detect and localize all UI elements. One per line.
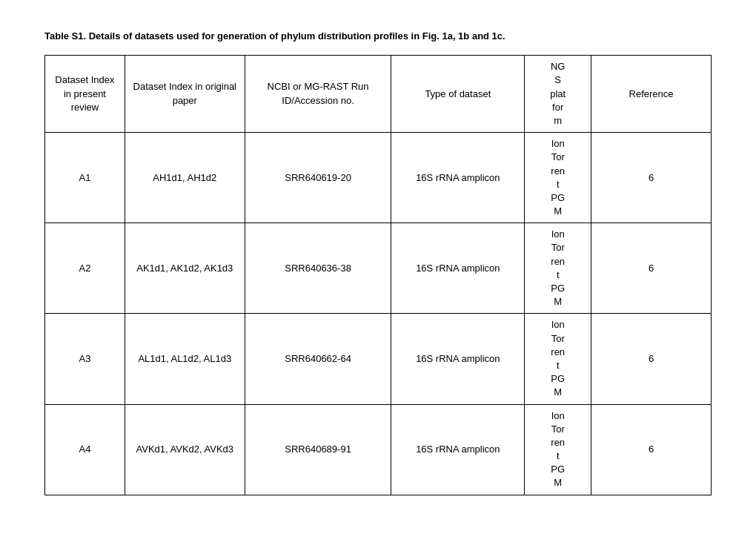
col-header-ncbi: NCBI or MG-RAST Run ID/Accession no. xyxy=(245,56,391,133)
col-header-type: Type of dataset xyxy=(391,56,525,133)
col-header-original: Dataset Index in original paper xyxy=(125,56,245,133)
cell-ncbi: SRR640619-20 xyxy=(245,133,391,223)
cell-original: AL1d1, AL1d2, AL1d3 xyxy=(125,314,245,404)
col-header-ref: Reference xyxy=(591,56,712,133)
table-row: A4 AVKd1, AVKd2, AVKd3 SRR640689-91 16S … xyxy=(45,404,712,495)
cell-index: A3 xyxy=(45,314,125,404)
cell-ncbi: SRR640689-91 xyxy=(245,404,391,495)
table-row: A1 AH1d1, AH1d2 SRR640619-20 16S rRNA am… xyxy=(45,133,712,223)
col-header-index: Dataset Index in present review xyxy=(45,56,125,133)
cell-ncbi: SRR640662-64 xyxy=(245,314,391,404)
cell-index: A4 xyxy=(45,404,125,495)
cell-ngs: IonTorrentPGM xyxy=(525,223,591,314)
table-header-row: Dataset Index in present review Dataset … xyxy=(45,56,712,133)
table-row: A2 AK1d1, AK1d2, AK1d3 SRR640636-38 16S … xyxy=(45,223,712,314)
table-row: A3 AL1d1, AL1d2, AL1d3 SRR640662-64 16S … xyxy=(45,314,712,404)
cell-type: 16S rRNA amplicon xyxy=(391,223,525,314)
cell-ref: 6 xyxy=(591,223,712,314)
cell-ncbi: SRR640636-38 xyxy=(245,223,391,314)
cell-type: 16S rRNA amplicon xyxy=(391,314,525,404)
cell-ref: 6 xyxy=(591,404,712,495)
col-header-ngs: NG S plat for m xyxy=(525,56,591,133)
cell-index: A2 xyxy=(45,223,125,314)
cell-type: 16S rRNA amplicon xyxy=(391,133,525,223)
page-title: Table S1. Details of datasets used for g… xyxy=(44,30,712,43)
cell-original: AVKd1, AVKd2, AVKd3 xyxy=(125,404,245,495)
cell-ref: 6 xyxy=(591,133,712,223)
cell-index: A1 xyxy=(45,133,125,223)
cell-ngs: IonTorrentPGM xyxy=(525,314,591,404)
cell-type: 16S rRNA amplicon xyxy=(391,404,525,495)
cell-original: AK1d1, AK1d2, AK1d3 xyxy=(125,223,245,314)
cell-ngs: IonTorrentPGM xyxy=(525,404,591,495)
cell-original: AH1d1, AH1d2 xyxy=(125,133,245,223)
cell-ref: 6 xyxy=(591,314,712,404)
data-table: Dataset Index in present review Dataset … xyxy=(44,55,712,495)
cell-ngs: IonTorrentPGM xyxy=(525,133,591,223)
